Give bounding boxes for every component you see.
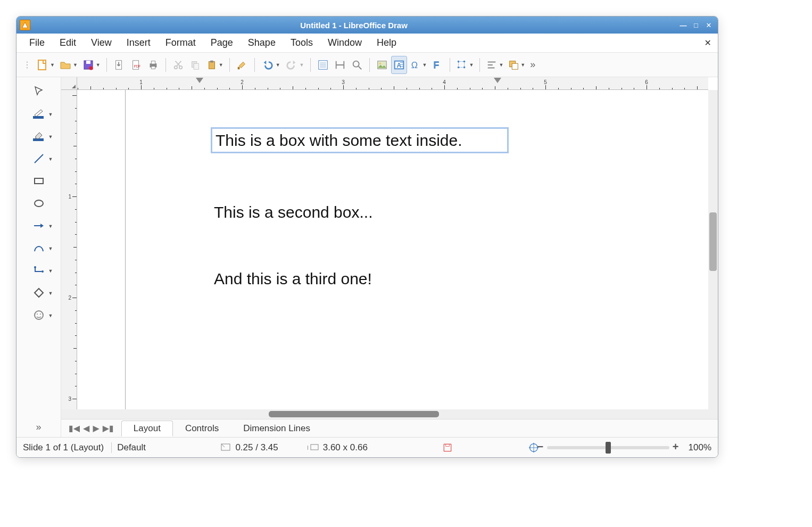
menu-shape[interactable]: Shape [241, 35, 283, 51]
drawing-toolbox: ▼ ▼ ▼ ▼ ▼ ▼ ▼ [16, 77, 61, 437]
svg-rect-48 [512, 63, 518, 69]
svg-rect-65 [444, 444, 451, 451]
zoom-slider-handle[interactable] [606, 442, 611, 454]
svg-point-22 [320, 64, 321, 65]
redo-button[interactable]: ▼ [283, 56, 306, 74]
prev-slide-button[interactable]: ◀ [83, 423, 89, 433]
export-pdf-button[interactable]: PDF [128, 56, 144, 74]
zoom-in-button[interactable]: + [673, 441, 679, 453]
svg-point-40 [458, 60, 460, 62]
connector-tool[interactable]: ▼ [23, 260, 55, 281]
scrollbar-thumb[interactable] [269, 411, 439, 417]
export-button[interactable] [111, 56, 127, 74]
text-box-content: This is a box with some text inside. [216, 131, 462, 149]
menu-insert[interactable]: Insert [119, 35, 158, 51]
svg-rect-1 [38, 60, 46, 70]
svg-point-42 [458, 66, 460, 68]
svg-point-21 [324, 62, 325, 63]
menu-format[interactable]: Format [158, 35, 203, 51]
separator [106, 58, 107, 72]
status-position: 0.25 / 3.45 [220, 442, 278, 453]
transformations-button[interactable]: ▼ [454, 56, 475, 74]
paste-button[interactable]: ▼ [204, 56, 225, 74]
show-grid-button[interactable] [315, 56, 331, 74]
zoom-slider[interactable]: − + [547, 446, 669, 449]
next-slide-button[interactable]: ▶ [93, 423, 99, 433]
insert-image-button[interactable] [374, 56, 390, 74]
svg-rect-9 [151, 61, 155, 64]
menu-tools[interactable]: Tools [283, 35, 320, 51]
tab-layout[interactable]: Layout [121, 421, 173, 437]
minimize-button[interactable]: — [678, 21, 688, 29]
last-slide-button[interactable]: ▶▮ [103, 423, 114, 433]
svg-point-23 [322, 64, 324, 65]
new-document-button[interactable]: ▼ [35, 56, 56, 74]
line-tool[interactable]: ▼ [23, 149, 55, 169]
text-box-2[interactable]: This is a second box... [214, 202, 512, 223]
text-box-button[interactable]: A [391, 56, 407, 74]
zoom-out-button[interactable]: − [537, 441, 544, 453]
ruler-corner[interactable] [61, 77, 77, 90]
svg-point-53 [35, 200, 43, 207]
horizontal-ruler[interactable]: 123456 [77, 77, 708, 90]
menu-help[interactable]: Help [369, 35, 404, 51]
basic-shapes-tool[interactable]: ▼ [23, 283, 55, 303]
tab-controls[interactable]: Controls [173, 421, 231, 436]
svg-text:F: F [434, 60, 439, 70]
ruler-selection-marker [494, 78, 501, 83]
zoom-button[interactable] [349, 56, 365, 74]
close-document-button[interactable]: ✕ [705, 38, 711, 48]
menu-window[interactable]: Window [320, 35, 369, 51]
text-box-1[interactable]: This is a box with some text inside. [211, 127, 509, 153]
curve-tool[interactable]: ▼ [23, 238, 55, 258]
text-box-3[interactable]: And this is a third one! [214, 268, 512, 289]
vertical-scrollbar[interactable] [708, 90, 718, 409]
menu-view[interactable]: View [84, 35, 119, 51]
menu-edit[interactable]: Edit [52, 35, 84, 51]
horizontal-scrollbar[interactable] [77, 409, 708, 419]
tab-dimension-lines[interactable]: Dimension Lines [231, 421, 322, 436]
special-character-button[interactable]: Ω▼ [408, 56, 429, 74]
select-tool[interactable] [23, 81, 55, 102]
fill-color-tool[interactable]: ▼ [23, 126, 55, 146]
rectangle-tool[interactable] [23, 171, 55, 191]
undo-button[interactable]: ▼ [259, 56, 282, 74]
position-icon [220, 443, 232, 452]
svg-point-28 [353, 61, 359, 67]
drawing-canvas[interactable]: This is a box with some text inside. Thi… [77, 90, 708, 409]
print-button[interactable] [145, 56, 161, 74]
zoom-level[interactable]: 100% [689, 442, 711, 453]
arrange-button[interactable]: ▼ [506, 56, 527, 74]
fontwork-button[interactable]: F [429, 56, 445, 74]
save-button[interactable]: ▼ [80, 56, 102, 74]
cut-button[interactable] [170, 56, 186, 74]
ruler-selection-marker [196, 78, 203, 83]
first-slide-button[interactable]: ▮◀ [69, 423, 80, 433]
scrollbar-thumb[interactable] [709, 212, 717, 271]
line-color-tool[interactable]: ▼ [23, 104, 55, 124]
maximize-button[interactable]: □ [691, 21, 701, 29]
canvas-area: 123456 123 This is a box with some text … [61, 77, 718, 437]
open-button[interactable]: ▼ [57, 56, 79, 74]
save-status-icon[interactable] [442, 442, 453, 453]
arrow-tool[interactable]: ▼ [23, 216, 55, 236]
ellipse-tool[interactable] [23, 193, 55, 213]
svg-point-60 [40, 314, 41, 315]
svg-point-24 [324, 64, 325, 65]
symbol-shapes-tool[interactable]: ▼ [23, 305, 55, 325]
close-window-button[interactable]: ✕ [704, 21, 714, 29]
svg-point-56 [42, 270, 44, 273]
menu-file[interactable]: File [22, 35, 52, 51]
svg-point-20 [322, 62, 324, 63]
window-controls: — □ ✕ [674, 21, 718, 29]
toolbar-grip[interactable]: ⋮ [21, 60, 34, 70]
clone-formatting-button[interactable] [234, 56, 250, 74]
vertical-ruler[interactable]: 123 [61, 90, 77, 409]
menu-page[interactable]: Page [203, 35, 241, 51]
copy-button[interactable] [187, 56, 203, 74]
status-bar: Slide 1 of 1 (Layout) Default 0.25 / 3.4… [16, 437, 718, 457]
align-button[interactable]: ▼ [484, 56, 505, 74]
toolbar-overflow-button[interactable]: » [528, 59, 537, 70]
toolbox-overflow-button[interactable]: » [34, 422, 43, 433]
snap-lines-button[interactable] [332, 56, 348, 74]
